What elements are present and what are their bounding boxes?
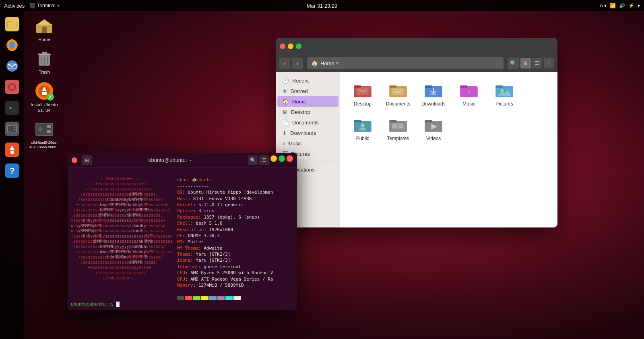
sidebar-item-recent[interactable]: 🕐 Recent xyxy=(277,75,339,86)
sidebar-recent-label: Recent xyxy=(292,78,309,84)
location-bar[interactable]: 🏠 Home ▾ xyxy=(307,57,504,69)
folder-videos[interactable]: Videos xyxy=(417,113,450,145)
file-manager-content: Desktop Documents xyxy=(340,72,557,227)
folder-downloads[interactable]: Downloads xyxy=(417,79,450,110)
terminal-search-button[interactable]: 🔍 xyxy=(248,155,258,165)
dock-item-app4[interactable] xyxy=(2,77,22,97)
sidebar-starred-label: Starred xyxy=(291,88,308,94)
folder-documents[interactable]: Documents xyxy=(382,79,414,110)
desktop-icon-ssd[interactable]: c9d4bad5-29da-4070-86a6-9a6e... xyxy=(28,120,60,149)
terminal-menu-button[interactable]: ⊞ xyxy=(82,155,92,165)
terminal-maximize-button[interactable] xyxy=(279,155,285,162)
clock: Mar 31 23:29 xyxy=(307,3,338,9)
home-nav-icon: 🏠 xyxy=(282,98,289,105)
list-view-button[interactable]: ☰ xyxy=(532,58,542,68)
svg-point-31 xyxy=(39,128,41,130)
terminal-close-btn2[interactable] xyxy=(287,155,293,162)
activities-button[interactable]: Activities xyxy=(4,3,25,9)
location-home-icon: 🏠 xyxy=(311,60,318,66)
terminal-window: ⊞ ubuntu@ubuntu: ~ 🔍 ☰ .-/+oossssoo+/-. … xyxy=(68,153,297,310)
sidebar-item-starred[interactable]: ★ Starred xyxy=(277,86,339,96)
desktop-icon-trash[interactable]: Trash xyxy=(28,49,60,75)
svg-rect-52 xyxy=(354,120,361,122)
dock-item-firefox[interactable] xyxy=(2,35,22,55)
grid-view-button[interactable]: ⊞ xyxy=(520,58,531,68)
folder-public[interactable]: Public xyxy=(347,113,379,145)
keyboard-indicator[interactable]: A ▾ xyxy=(600,3,607,8)
file-manager-window: ‹ › 🏠 Home ▾ 🔍 ⊞ ☰ ⋮ 🕐 Recent ★ Starred … xyxy=(276,38,557,227)
folder-templates-icon xyxy=(388,116,409,134)
home-icon-label: Home xyxy=(38,37,50,42)
file-manager-titlebar xyxy=(276,38,557,54)
svg-point-4 xyxy=(9,42,15,48)
palette-color-3 xyxy=(193,296,200,300)
file-manager-minimize-button[interactable] xyxy=(288,43,293,49)
terminal-options-button[interactable]: ☰ xyxy=(259,155,269,165)
folder-desktop[interactable]: Desktop xyxy=(347,79,379,110)
recent-icon: 🕐 xyxy=(282,77,289,84)
terminal-window-controls xyxy=(72,157,77,163)
topbar: Activities ⬛ Terminal ▾ Mar 31 23:29 A ▾… xyxy=(0,0,644,11)
sidebar-music-label: Music xyxy=(288,141,302,147)
wifi-icon: 📶 xyxy=(610,3,616,8)
sidebar-item-home[interactable]: 🏠 Home xyxy=(277,96,339,107)
svg-rect-28 xyxy=(47,125,51,128)
neofetch-info: ubuntu@ubuntu ------------ OS: Ubuntu Hi… xyxy=(177,171,294,297)
starred-icon: ★ xyxy=(282,88,287,94)
file-manager-maximize-button[interactable] xyxy=(296,43,301,49)
folder-videos-icon xyxy=(423,116,444,134)
terminal-title: ubuntu@ubuntu: ~ xyxy=(95,157,245,163)
volume-icon: 🔊 xyxy=(619,3,625,8)
folder-documents-icon xyxy=(388,82,409,99)
svg-text:♪: ♪ xyxy=(467,87,471,95)
more-options-button[interactable]: ⋮ xyxy=(544,58,554,68)
location-dropdown-icon: ▾ xyxy=(336,60,339,66)
file-manager-close-button[interactable] xyxy=(280,43,285,49)
sidebar-item-music[interactable]: ♪ Music xyxy=(277,138,339,149)
system-menu-btn[interactable]: ▾ xyxy=(638,3,640,8)
forward-button[interactable]: › xyxy=(292,58,303,69)
power-icon: ⚡ xyxy=(628,3,634,8)
svg-rect-12 xyxy=(14,129,15,130)
neofetch-art: .-/+oossssoo+/-. `:+ssssssssssssssssss+:… xyxy=(71,171,175,297)
ssd-icon-label: c9d4bad5-29da-4070-86a6-9a6e... xyxy=(28,141,60,149)
svg-marker-15 xyxy=(36,19,52,25)
desktop-icon-install[interactable]: ✓ Install Ubuntu 21.-04 xyxy=(28,81,60,113)
terminal-indicator: ⬛ Terminal ▾ xyxy=(29,3,59,8)
dock-item-appstore[interactable] xyxy=(2,140,22,159)
sidebar-item-documents[interactable]: 📄 Documents xyxy=(277,117,339,128)
search-button[interactable]: 🔍 xyxy=(508,58,519,69)
palette-color-7 xyxy=(225,296,233,300)
svg-rect-34 xyxy=(354,85,361,87)
folder-music[interactable]: ♪ Music xyxy=(453,79,485,110)
file-manager-body: 🕐 Recent ★ Starred 🏠 Home 🖥 Desktop 📄 Do… xyxy=(276,72,557,227)
desktop-icons-area: Home Trash ✓ Install xyxy=(28,16,60,155)
dock: >_ ? xyxy=(0,11,24,339)
dock-item-thunderbird[interactable] xyxy=(2,56,22,76)
terminal-prompt[interactable]: ubuntu@ubuntu:~$ xyxy=(68,300,297,310)
sidebar-item-desktop[interactable]: 🖥 Desktop xyxy=(277,107,339,117)
svg-rect-49 xyxy=(495,85,503,87)
back-button[interactable]: ‹ xyxy=(279,58,290,69)
palette-color-4 xyxy=(201,296,208,300)
dock-item-terminal[interactable]: >_ xyxy=(2,98,22,118)
sidebar-item-downloads[interactable]: ⬇ Downloads xyxy=(277,128,339,138)
dock-item-files[interactable] xyxy=(2,14,22,34)
folder-pictures-label: Pictures xyxy=(495,101,513,107)
folder-music-label: Music xyxy=(462,101,475,107)
terminal-close-button[interactable] xyxy=(72,157,77,163)
terminal-minimize-button[interactable] xyxy=(270,155,277,162)
file-manager-toolbar: ‹ › 🏠 Home ▾ 🔍 ⊞ ☰ ⋮ xyxy=(276,54,557,72)
svg-rect-2 xyxy=(8,22,17,28)
svg-rect-13 xyxy=(10,151,14,154)
dock-item-ssd[interactable] xyxy=(2,119,22,138)
svg-point-8 xyxy=(10,85,14,89)
dock-item-help[interactable]: ? xyxy=(2,161,22,180)
svg-rect-62 xyxy=(425,120,432,122)
folder-downloads-icon xyxy=(423,82,444,99)
desktop-icon-home[interactable]: Home xyxy=(28,16,60,42)
folder-videos-label: Videos xyxy=(426,136,441,141)
sidebar-documents-label: Documents xyxy=(292,120,319,126)
folder-templates[interactable]: Templates xyxy=(382,113,414,145)
folder-pictures[interactable]: Pictures xyxy=(488,79,520,110)
